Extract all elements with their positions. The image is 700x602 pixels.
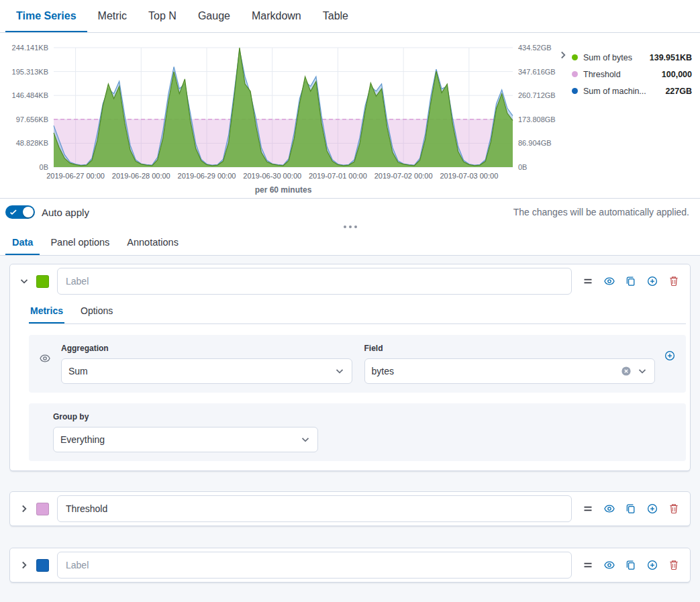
tab-table[interactable]: Table [312,0,359,32]
aggregation-label: Aggregation [61,344,352,353]
auto-apply-row: Auto apply The changes will be automatic… [0,199,700,221]
series-actions [583,560,679,570]
toggle-thumb [23,207,34,217]
svg-text:434.52GB: 434.52GB [518,44,552,52]
series-card-2 [9,491,691,526]
aggregation-select[interactable]: Sum [61,358,352,384]
svg-text:97.656KB: 97.656KB [16,115,48,123]
toggle-series-visibility-button[interactable] [604,560,615,570]
delete-series-button[interactable] [668,560,679,570]
resize-dots-icon [349,225,352,228]
legend-item[interactable]: Sum of bytes 139.951KB [572,49,692,66]
series-actions [583,503,679,514]
svg-text:2019-06-27 00:00: 2019-06-27 00:00 [46,172,105,180]
add-series-button[interactable] [647,276,658,287]
legend-list: Sum of bytes 139.951KB Threshold 100,000… [572,49,696,198]
clone-series-button[interactable] [626,276,636,287]
legend-label: Sum of bytes [583,53,632,62]
tab-metric[interactable]: Metric [87,0,138,32]
drag-handle-icon[interactable] [583,503,593,514]
legend-value: 100,000 [662,70,692,79]
plus-circle-icon [647,503,658,514]
plus-circle-icon [647,560,658,570]
group-by-select[interactable]: Everything [53,427,318,452]
tab-markdown[interactable]: Markdown [241,0,312,32]
svg-text:2019-06-30 00:00: 2019-06-30 00:00 [243,172,301,180]
series-card-3 [9,548,691,583]
series-color-swatch[interactable] [36,275,49,288]
legend-item[interactable]: Threshold 100,000 [572,66,692,83]
clear-field-icon[interactable] [621,366,632,377]
series-label-input[interactable] [57,268,572,295]
svg-text:173.808GB: 173.808GB [518,115,556,123]
field-value: bytes [372,366,394,377]
series-card-header [10,548,690,582]
add-metric-button[interactable] [664,350,675,361]
plus-circle-icon [647,276,658,287]
series-expand-button[interactable] [18,559,30,571]
copy-icon [626,560,636,570]
svg-text:0B: 0B [518,163,527,171]
auto-apply-help: The changes will be automatically applie… [513,207,689,217]
series-card-header [10,264,690,298]
series-label-input[interactable] [57,495,572,522]
series-expand-button[interactable] [18,503,30,515]
add-series-button[interactable] [647,560,658,570]
chart-section: 0B0B48.828KB86.904GB97.656KB173.808GB146… [0,33,700,199]
eye-icon [604,503,615,514]
delete-series-button[interactable] [668,276,679,287]
plus-circle-icon [664,350,675,361]
svg-text:2019-07-01 00:00: 2019-07-01 00:00 [309,172,367,180]
metric-row: Aggregation Sum Field bytes [29,335,686,393]
panel-resize-handle[interactable] [0,221,700,230]
chevron-right-icon [19,560,30,570]
legend-item[interactable]: Sum of machin... 227GB [572,83,692,99]
field-select[interactable]: bytes [364,358,656,384]
tab-options[interactable]: Options [79,298,114,323]
tab-annotations[interactable]: Annotations [120,230,185,255]
time-series-chart[interactable]: 0B0B48.828KB86.904GB97.656KB173.808GB146… [1,37,557,198]
svg-text:48.828KB: 48.828KB [16,139,48,147]
aggregation-field: Aggregation Sum [61,344,352,384]
field-field: Field bytes [364,344,656,384]
svg-text:2019-07-02 00:00: 2019-07-02 00:00 [374,172,433,180]
chevron-down-icon [300,434,311,445]
tab-data[interactable]: Data [5,230,40,255]
series-color-swatch[interactable] [36,503,49,515]
delete-series-button[interactable] [668,503,679,514]
tab-top-n[interactable]: Top N [138,0,187,32]
clone-series-button[interactable] [626,503,636,514]
chevron-down-icon [19,276,30,287]
toggle-series-visibility-button[interactable] [604,276,615,287]
trash-icon [668,276,679,287]
tsvb-editor: { "top_tabs": { "items": [ { "label": "T… [0,0,700,602]
tab-time-series[interactable]: Time Series [5,0,87,32]
trash-icon [668,560,679,570]
editor-tabs: Data Panel options Annotations [0,230,700,256]
drag-handle-icon[interactable] [583,276,593,287]
trash-icon [668,503,679,514]
tab-gauge[interactable]: Gauge [187,0,241,32]
metric-visibility-button[interactable] [40,353,50,364]
legend-collapse-button[interactable] [557,49,569,61]
series-card-header [10,492,690,525]
drag-handle-icon[interactable] [583,560,593,570]
auto-apply-toggle[interactable] [5,205,35,219]
svg-text:195.313KB: 195.313KB [12,68,48,76]
tab-metrics[interactable]: Metrics [29,298,64,323]
legend-color-dot [572,54,578,60]
eye-icon [604,560,615,570]
tab-panel-options[interactable]: Panel options [44,230,116,255]
check-icon [9,207,18,217]
series-label-input[interactable] [57,552,572,579]
series-color-swatch[interactable] [36,559,49,572]
series-collapse-button[interactable] [18,275,30,287]
add-series-button[interactable] [647,503,658,514]
series-editor: Metrics Options Aggregation Sum Field by… [0,256,700,602]
copy-icon [626,276,636,287]
clone-series-button[interactable] [626,560,636,570]
legend-color-dot [572,88,578,94]
metric-fields: Aggregation Sum Field bytes [61,344,655,384]
series-card-1: Metrics Options Aggregation Sum Field by… [9,264,691,471]
toggle-series-visibility-button[interactable] [604,503,615,514]
